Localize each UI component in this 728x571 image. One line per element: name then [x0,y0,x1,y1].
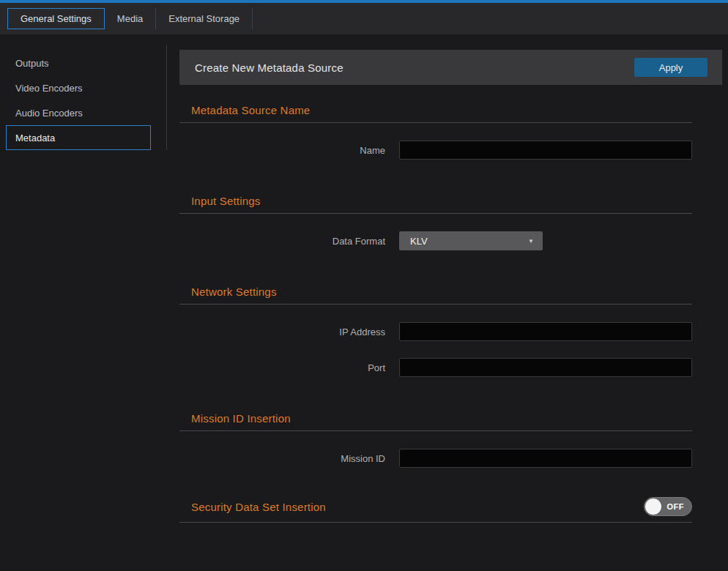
section-heading: Security Data Set Insertion OFF [179,497,692,523]
tab-external-storage[interactable]: External Storage [156,8,253,29]
toggle-knob [645,499,661,515]
section-security-data-set-insertion: Security Data Set Insertion OFF [179,497,692,523]
section-title-mission-id-insertion: Mission ID Insertion [191,412,291,425]
form-row-data-format: Data Format KLV ▼ [179,231,692,250]
top-tab-bar: General Settings Media External Storage [0,3,728,34]
port-label: Port [179,362,385,373]
data-format-label: Data Format [179,236,385,247]
mission-id-label: Mission ID [179,453,385,464]
ip-address-label: IP Address [179,326,385,337]
section-title-metadata-source-name: Metadata Source Name [191,104,310,116]
main-content: Create New Metatada Source Apply Metadat… [179,50,722,523]
tab-media[interactable]: Media [105,8,156,29]
security-data-set-toggle[interactable]: OFF [644,497,692,516]
sidebar-item-video-encoders[interactable]: Video Encoders [6,75,151,100]
form-row-name: Name [179,141,692,160]
section-heading: Metadata Source Name [179,104,692,123]
data-format-select[interactable]: KLV ▼ [399,231,543,250]
section-heading: Network Settings [179,286,692,305]
apply-button[interactable]: Apply [634,58,707,77]
sidebar: Outputs Video Encoders Audio Encoders Me… [0,34,166,150]
section-heading: Input Settings [179,195,692,214]
name-label: Name [179,145,385,156]
section-mission-id-insertion: Mission ID Insertion Mission ID [179,412,692,468]
chevron-down-icon: ▼ [528,238,534,245]
sidebar-divider [166,45,167,150]
data-format-value: KLV [410,236,428,247]
tab-general-settings[interactable]: General Settings [7,8,105,29]
form-sections: Metadata Source Name Name Input Settings… [179,104,692,523]
sidebar-item-outputs[interactable]: Outputs [6,51,151,75]
form-row-mission-id: Mission ID [179,449,692,468]
sidebar-item-audio-encoders[interactable]: Audio Encoders [6,100,151,125]
section-heading: Mission ID Insertion [179,412,692,431]
mission-id-input[interactable] [399,449,692,468]
page-title: Create New Metatada Source [195,61,343,74]
section-title-security-data-set-insertion: Security Data Set Insertion [191,501,326,513]
form-row-port: Port [179,358,692,377]
toggle-state-label: OFF [667,502,685,511]
section-input-settings: Input Settings Data Format KLV ▼ [179,195,692,250]
section-network-settings: Network Settings IP Address Port [179,286,692,377]
port-input[interactable] [399,358,692,377]
section-title-network-settings: Network Settings [191,286,277,298]
sidebar-item-metadata[interactable]: Metadata [6,125,151,150]
panel-header: Create New Metatada Source Apply [179,50,722,85]
section-title-input-settings: Input Settings [191,195,261,207]
name-input[interactable] [399,141,692,160]
form-row-ip-address: IP Address [179,322,692,341]
ip-address-input[interactable] [399,322,692,341]
section-metadata-source-name: Metadata Source Name Name [179,104,692,160]
